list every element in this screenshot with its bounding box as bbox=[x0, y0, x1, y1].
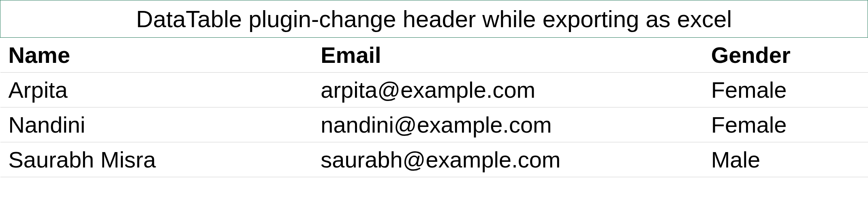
cell-email: saurabh@example.com bbox=[312, 142, 703, 177]
title-row: DataTable plugin-change header while exp… bbox=[0, 0, 868, 38]
table-row: Nandini nandini@example.com Female bbox=[0, 107, 868, 142]
header-gender: Gender bbox=[703, 38, 868, 73]
cell-name: Nandini bbox=[0, 107, 313, 142]
header-row: Name Email Gender bbox=[0, 38, 868, 73]
header-name: Name bbox=[0, 38, 313, 73]
table-title: DataTable plugin-change header while exp… bbox=[0, 0, 868, 38]
cell-gender: Male bbox=[703, 142, 868, 177]
table-row: Saurabh Misra saurabh@example.com Male bbox=[0, 142, 868, 177]
data-table: DataTable plugin-change header while exp… bbox=[0, 0, 868, 177]
table-row: Arpita arpita@example.com Female bbox=[0, 73, 868, 107]
cell-gender: Female bbox=[703, 73, 868, 107]
cell-gender: Female bbox=[703, 107, 868, 142]
cell-email: arpita@example.com bbox=[312, 73, 703, 107]
cell-email: nandini@example.com bbox=[312, 107, 703, 142]
cell-name: Saurabh Misra bbox=[0, 142, 313, 177]
header-email: Email bbox=[312, 38, 703, 73]
cell-name: Arpita bbox=[0, 73, 313, 107]
